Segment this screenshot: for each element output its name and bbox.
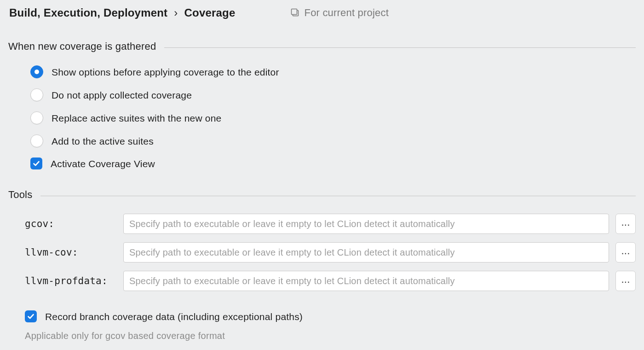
section-gathered-title: When new coverage is gathered bbox=[8, 41, 156, 52]
gcov-input[interactable]: Specify path to executable or leave it e… bbox=[123, 214, 609, 234]
llvm-profdata-input[interactable]: Specify path to executable or leave it e… bbox=[123, 271, 609, 291]
chevron-right-icon: › bbox=[174, 6, 178, 19]
llvm-profdata-label: llvm-profdata: bbox=[25, 275, 117, 286]
checkbox-record-branch-label[interactable]: Record branch coverage data (including e… bbox=[45, 312, 303, 321]
breadcrumb-parent[interactable]: Build, Execution, Deployment bbox=[9, 6, 167, 19]
coverage-options-group: Show options before applying coverage to… bbox=[30, 65, 636, 169]
radio-add-suites[interactable] bbox=[30, 134, 43, 147]
radio-replace-suites[interactable] bbox=[30, 111, 43, 124]
checkbox-activate-view[interactable] bbox=[30, 158, 42, 169]
option-show-options[interactable]: Show options before applying coverage to… bbox=[30, 65, 636, 78]
option-activate-view[interactable]: Activate Coverage View bbox=[30, 158, 636, 169]
settings-header: Build, Execution, Deployment › Coverage … bbox=[9, 6, 636, 19]
radio-show-options-label[interactable]: Show options before applying coverage to… bbox=[52, 67, 279, 77]
option-replace-suites[interactable]: Replace active suites with the new one bbox=[30, 111, 636, 124]
divider bbox=[164, 47, 636, 48]
tool-llvm-profdata-row: llvm-profdata: Specify path to executabl… bbox=[25, 271, 636, 291]
tools-group: gcov: Specify path to executable or leav… bbox=[25, 214, 636, 291]
section-tools: Tools bbox=[8, 189, 636, 201]
radio-add-suites-label[interactable]: Add to the active suites bbox=[52, 136, 154, 146]
tool-llvm-cov-row: llvm-cov: Specify path to executable or … bbox=[25, 242, 636, 262]
tool-gcov-row: gcov: Specify path to executable or leav… bbox=[25, 214, 636, 234]
checkmark-icon bbox=[32, 159, 40, 168]
project-scope-label: For current project bbox=[305, 7, 389, 19]
checkbox-record-branch[interactable] bbox=[25, 310, 37, 322]
breadcrumb: Build, Execution, Deployment › Coverage bbox=[9, 6, 236, 19]
llvm-cov-input[interactable]: Specify path to executable or leave it e… bbox=[123, 242, 609, 262]
svg-rect-1 bbox=[291, 9, 297, 15]
radio-do-not-apply[interactable] bbox=[30, 88, 43, 101]
llvm-profdata-browse-button[interactable]: ... bbox=[615, 271, 636, 291]
project-scope-icon bbox=[291, 8, 300, 18]
option-record-branch[interactable]: Record branch coverage data (including e… bbox=[25, 310, 636, 322]
gcov-browse-button[interactable]: ... bbox=[615, 214, 636, 234]
option-add-suites[interactable]: Add to the active suites bbox=[30, 134, 636, 147]
radio-show-options[interactable] bbox=[30, 65, 43, 78]
llvm-cov-label: llvm-cov: bbox=[25, 247, 117, 258]
option-do-not-apply[interactable]: Do not apply collected coverage bbox=[30, 88, 636, 101]
radio-do-not-apply-label[interactable]: Do not apply collected coverage bbox=[52, 90, 192, 100]
checkmark-icon bbox=[27, 312, 35, 321]
section-tools-title: Tools bbox=[8, 189, 32, 201]
checkbox-activate-view-label[interactable]: Activate Coverage View bbox=[51, 159, 155, 169]
divider bbox=[40, 196, 636, 196]
radio-replace-suites-label[interactable]: Replace active suites with the new one bbox=[52, 113, 221, 123]
record-branch-note: Applicable only for gcov based coverage … bbox=[25, 331, 636, 341]
llvm-cov-browse-button[interactable]: ... bbox=[615, 242, 636, 262]
section-gathered: When new coverage is gathered bbox=[8, 41, 636, 52]
gcov-label: gcov: bbox=[25, 218, 117, 229]
breadcrumb-current: Coverage bbox=[184, 6, 236, 19]
project-scope-indicator: For current project bbox=[291, 7, 389, 19]
